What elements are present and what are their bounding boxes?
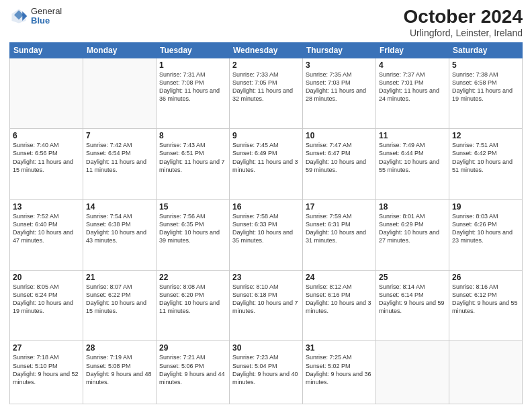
table-row: 3Sunrise: 7:35 AM Sunset: 7:03 PM Daylig…: [303, 58, 376, 128]
header: General Blue October 2024 Urlingford, Le…: [9, 7, 523, 38]
table-row: 17Sunrise: 7:59 AM Sunset: 6:31 PM Dayli…: [303, 199, 376, 270]
day-detail: Sunrise: 7:19 AM Sunset: 5:08 PM Dayligh…: [86, 353, 153, 386]
table-row: 4Sunrise: 7:37 AM Sunset: 7:01 PM Daylig…: [376, 58, 449, 128]
day-number: 23: [232, 273, 300, 282]
day-detail: Sunrise: 7:52 AM Sunset: 6:40 PM Dayligh…: [13, 212, 80, 245]
day-number: 4: [379, 60, 446, 70]
table-row: 14Sunrise: 7:54 AM Sunset: 6:38 PM Dayli…: [83, 199, 157, 270]
day-detail: Sunrise: 8:10 AM Sunset: 6:18 PM Dayligh…: [232, 283, 300, 316]
logo-blue: Blue: [31, 16, 62, 26]
day-detail: Sunrise: 7:25 AM Sunset: 5:02 PM Dayligh…: [306, 353, 373, 386]
col-tuesday: Tuesday: [157, 42, 230, 58]
table-row: 16Sunrise: 7:58 AM Sunset: 6:33 PM Dayli…: [230, 199, 303, 270]
col-wednesday: Wednesday: [230, 42, 303, 58]
logo: General Blue: [9, 7, 62, 26]
table-row: 27Sunrise: 7:18 AM Sunset: 5:10 PM Dayli…: [10, 341, 83, 404]
day-number: 30: [232, 343, 300, 353]
day-detail: Sunrise: 8:08 AM Sunset: 6:20 PM Dayligh…: [159, 283, 226, 316]
table-row: 8Sunrise: 7:43 AM Sunset: 6:51 PM Daylig…: [157, 129, 230, 199]
day-detail: Sunrise: 7:23 AM Sunset: 5:04 PM Dayligh…: [232, 353, 300, 386]
table-row: 23Sunrise: 8:10 AM Sunset: 6:18 PM Dayli…: [230, 271, 303, 341]
day-detail: Sunrise: 7:42 AM Sunset: 6:54 PM Dayligh…: [86, 141, 153, 174]
page: General Blue October 2024 Urlingford, Le…: [0, 0, 532, 411]
logo-text: General Blue: [31, 7, 62, 26]
col-monday: Monday: [83, 42, 157, 58]
table-row: [449, 341, 523, 404]
table-row: 1Sunrise: 7:31 AM Sunset: 7:08 PM Daylig…: [157, 58, 230, 128]
day-number: 16: [232, 202, 300, 212]
table-row: 18Sunrise: 8:01 AM Sunset: 6:29 PM Dayli…: [376, 199, 449, 270]
day-number: 31: [306, 343, 373, 353]
day-detail: Sunrise: 7:56 AM Sunset: 6:35 PM Dayligh…: [159, 212, 226, 245]
table-row: 15Sunrise: 7:56 AM Sunset: 6:35 PM Dayli…: [157, 199, 230, 270]
table-row: 30Sunrise: 7:23 AM Sunset: 5:04 PM Dayli…: [230, 341, 303, 404]
table-row: 21Sunrise: 8:07 AM Sunset: 6:22 PM Dayli…: [83, 271, 157, 341]
day-detail: Sunrise: 7:21 AM Sunset: 5:06 PM Dayligh…: [159, 353, 226, 386]
day-detail: Sunrise: 8:14 AM Sunset: 6:14 PM Dayligh…: [379, 283, 446, 316]
day-number: 7: [86, 131, 153, 140]
day-detail: Sunrise: 8:05 AM Sunset: 6:24 PM Dayligh…: [13, 283, 80, 316]
table-row: 24Sunrise: 8:12 AM Sunset: 6:16 PM Dayli…: [303, 271, 376, 341]
table-row: 7Sunrise: 7:42 AM Sunset: 6:54 PM Daylig…: [83, 129, 157, 199]
day-number: 27: [13, 343, 80, 353]
day-detail: Sunrise: 7:49 AM Sunset: 6:44 PM Dayligh…: [379, 141, 446, 174]
day-detail: Sunrise: 7:18 AM Sunset: 5:10 PM Dayligh…: [13, 353, 80, 386]
day-number: 5: [452, 60, 519, 70]
day-number: 3: [306, 60, 373, 70]
table-row: 2Sunrise: 7:33 AM Sunset: 7:05 PM Daylig…: [230, 58, 303, 128]
subtitle: Urlingford, Leinster, Ireland: [404, 28, 523, 38]
day-number: 13: [13, 202, 80, 212]
table-row: 13Sunrise: 7:52 AM Sunset: 6:40 PM Dayli…: [10, 199, 83, 270]
table-row: 9Sunrise: 7:45 AM Sunset: 6:49 PM Daylig…: [230, 129, 303, 199]
table-row: [10, 58, 83, 128]
day-detail: Sunrise: 7:59 AM Sunset: 6:31 PM Dayligh…: [306, 212, 373, 245]
table-row: 5Sunrise: 7:38 AM Sunset: 6:58 PM Daylig…: [449, 58, 523, 128]
col-thursday: Thursday: [303, 42, 376, 58]
calendar-header-row: Sunday Monday Tuesday Wednesday Thursday…: [10, 42, 523, 58]
day-number: 24: [306, 273, 373, 282]
day-detail: Sunrise: 8:12 AM Sunset: 6:16 PM Dayligh…: [306, 283, 373, 316]
day-number: 22: [159, 273, 226, 282]
day-detail: Sunrise: 8:07 AM Sunset: 6:22 PM Dayligh…: [86, 283, 153, 316]
title-area: October 2024 Urlingford, Leinster, Irela…: [404, 7, 523, 38]
table-row: 20Sunrise: 8:05 AM Sunset: 6:24 PM Dayli…: [10, 271, 83, 341]
day-number: 11: [379, 131, 446, 140]
day-detail: Sunrise: 7:47 AM Sunset: 6:47 PM Dayligh…: [306, 141, 373, 174]
day-number: 10: [306, 131, 373, 140]
main-title: October 2024: [404, 7, 523, 28]
day-number: 6: [13, 131, 80, 140]
day-detail: Sunrise: 7:38 AM Sunset: 6:58 PM Dayligh…: [452, 71, 519, 103]
day-number: 28: [86, 343, 153, 353]
day-detail: Sunrise: 7:58 AM Sunset: 6:33 PM Dayligh…: [232, 212, 300, 245]
day-detail: Sunrise: 7:40 AM Sunset: 6:56 PM Dayligh…: [13, 141, 80, 174]
table-row: 19Sunrise: 8:03 AM Sunset: 6:26 PM Dayli…: [449, 199, 523, 270]
table-row: [376, 341, 449, 404]
table-row: [83, 58, 157, 128]
day-detail: Sunrise: 7:45 AM Sunset: 6:49 PM Dayligh…: [232, 141, 300, 174]
table-row: 25Sunrise: 8:14 AM Sunset: 6:14 PM Dayli…: [376, 271, 449, 341]
col-friday: Friday: [376, 42, 449, 58]
day-number: 12: [452, 131, 519, 140]
day-number: 21: [86, 273, 153, 282]
day-detail: Sunrise: 7:31 AM Sunset: 7:08 PM Dayligh…: [159, 71, 226, 103]
day-number: 1: [159, 60, 226, 70]
day-number: 25: [379, 273, 446, 282]
col-saturday: Saturday: [449, 42, 523, 58]
day-number: 29: [159, 343, 226, 353]
day-detail: Sunrise: 8:16 AM Sunset: 6:12 PM Dayligh…: [452, 283, 519, 316]
table-row: 12Sunrise: 7:51 AM Sunset: 6:42 PM Dayli…: [449, 129, 523, 199]
day-number: 20: [13, 273, 80, 282]
day-detail: Sunrise: 7:51 AM Sunset: 6:42 PM Dayligh…: [452, 141, 519, 174]
day-number: 19: [452, 202, 519, 212]
day-detail: Sunrise: 8:01 AM Sunset: 6:29 PM Dayligh…: [379, 212, 446, 245]
day-number: 8: [159, 131, 226, 140]
day-number: 18: [379, 202, 446, 212]
day-detail: Sunrise: 7:33 AM Sunset: 7:05 PM Dayligh…: [232, 71, 300, 103]
day-number: 26: [452, 273, 519, 282]
calendar-table: Sunday Monday Tuesday Wednesday Thursday…: [9, 42, 523, 404]
day-number: 9: [232, 131, 300, 140]
table-row: 6Sunrise: 7:40 AM Sunset: 6:56 PM Daylig…: [10, 129, 83, 199]
day-detail: Sunrise: 7:43 AM Sunset: 6:51 PM Dayligh…: [159, 141, 226, 174]
logo-icon: [9, 7, 28, 26]
table-row: 10Sunrise: 7:47 AM Sunset: 6:47 PM Dayli…: [303, 129, 376, 199]
